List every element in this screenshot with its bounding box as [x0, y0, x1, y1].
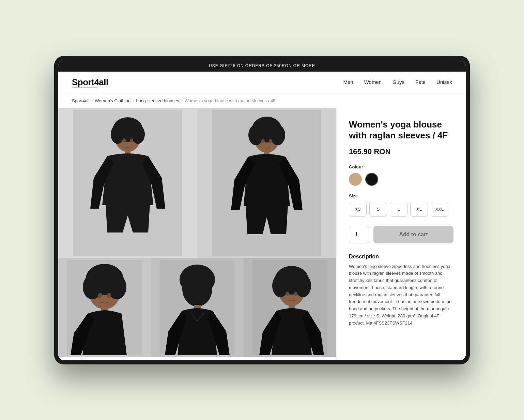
quantity-input[interactable]	[349, 226, 369, 243]
product-image-5	[244, 258, 336, 357]
figure-svg-5	[252, 260, 327, 355]
size-label: Size	[349, 193, 453, 198]
svg-point-11	[248, 125, 263, 145]
svg-point-12	[270, 125, 285, 145]
svg-point-14	[261, 139, 265, 143]
product-info-panel: Women's yoga blouse with raglan sleeves …	[336, 108, 466, 360]
promo-banner: USE GIFT25 ON ORDERS OF 250RON OR MORE	[58, 60, 466, 72]
main-nav: Men Women Guys Fete Unisex	[343, 79, 452, 85]
size-xxl[interactable]: XXL	[431, 202, 448, 217]
svg-point-7	[130, 138, 133, 142]
breadcrumb-home[interactable]: Sport4all	[72, 98, 89, 103]
figure-svg-4	[160, 260, 235, 355]
breadcrumb-sep-2: ›	[133, 98, 134, 103]
breadcrumb-current: Women's yoga blouse with raglan sleeves …	[185, 98, 276, 103]
colour-swatch-tan[interactable]	[349, 173, 362, 186]
colour-label: Colour	[349, 164, 453, 169]
svg-point-35	[294, 292, 297, 296]
breadcrumb-blouses[interactable]: Long-sleeved blouses	[136, 98, 179, 103]
product-page: Women's yoga blouse with raglan sleeves …	[58, 108, 466, 360]
svg-point-6	[122, 138, 126, 142]
tablet-frame: USE GIFT25 ON ORDERS OF 250RON OR MORE S…	[54, 56, 470, 364]
figure-svg-2	[212, 110, 321, 256]
product-title: Women's yoga blouse with raglan sleeves …	[349, 119, 453, 141]
promo-text: USE GIFT25 ON ORDERS OF 250RON OR MORE	[209, 63, 315, 68]
site-logo[interactable]: Sport4all	[72, 77, 108, 88]
product-image-3	[58, 258, 151, 357]
product-image-1	[58, 108, 197, 258]
product-price: 165.90 RON	[349, 147, 453, 156]
svg-point-26	[180, 265, 215, 295]
add-to-cart-button[interactable]: Add to cart	[373, 226, 453, 243]
figure-svg-3	[67, 260, 142, 355]
size-s[interactable]: S	[369, 202, 387, 217]
description-text: Women's long sleeve zipperless and hoodl…	[349, 263, 453, 327]
nav-men[interactable]: Men	[343, 79, 353, 85]
svg-point-23	[107, 293, 111, 298]
breadcrumb: Sport4all › Women's Clothing › Long-slee…	[58, 93, 466, 108]
product-image-2	[197, 108, 336, 258]
colour-swatch-black[interactable]	[365, 173, 378, 186]
nav-unisex[interactable]: Unisex	[436, 79, 452, 85]
nav-women[interactable]: Women	[364, 79, 382, 85]
svg-point-3	[111, 125, 124, 144]
product-image-4	[151, 258, 244, 357]
breadcrumb-sep-3: ›	[181, 98, 183, 103]
image-gallery	[58, 108, 336, 360]
colour-options	[349, 173, 453, 186]
nav-guys[interactable]: Guys	[392, 79, 404, 85]
cart-row: Add to cart	[349, 226, 453, 243]
nav-fete[interactable]: Fete	[415, 79, 426, 85]
svg-point-15	[269, 139, 272, 143]
size-l[interactable]: L	[390, 202, 407, 217]
breadcrumb-womens-clothing[interactable]: Women's Clothing	[95, 98, 130, 103]
description-title: Description	[349, 254, 453, 260]
size-xl[interactable]: XL	[410, 202, 428, 217]
size-options: XS S L XL XXL	[349, 202, 453, 217]
tablet-screen: USE GIFT25 ON ORDERS OF 250RON OR MORE S…	[58, 60, 466, 360]
breadcrumb-sep-1: ›	[91, 98, 93, 103]
size-xs[interactable]: XS	[349, 202, 367, 217]
svg-point-34	[286, 292, 289, 296]
figure-svg-1	[73, 110, 182, 256]
site-header: Sport4all Men Women Guys Fete Unisex	[58, 72, 466, 93]
svg-point-4	[131, 125, 145, 144]
svg-point-22	[98, 293, 102, 298]
